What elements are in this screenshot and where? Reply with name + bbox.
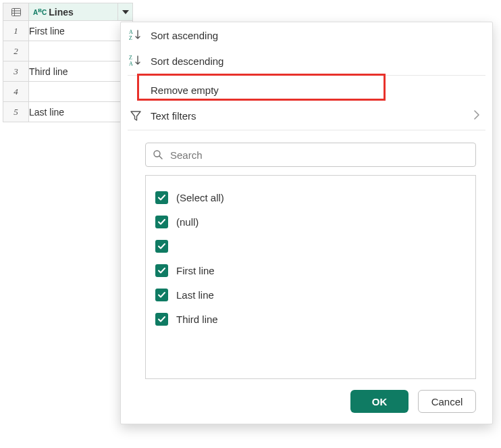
chevron-right-icon (473, 110, 480, 122)
sort-descending-icon: Z A (128, 54, 144, 68)
text-filters-item[interactable]: Text filters (121, 103, 492, 128)
search-input[interactable] (169, 149, 469, 161)
data-cell[interactable] (29, 41, 133, 61)
svg-text:A: A (129, 29, 133, 35)
filter-item-label: (Select all) (176, 192, 224, 203)
filter-item-label: Last line (176, 289, 214, 301)
svg-line-9 (159, 156, 162, 159)
menu-label: Remove empty (151, 84, 480, 96)
select-table-button[interactable] (3, 3, 29, 21)
column-filter-dropdown: A Z Sort ascending Z A Sort descending R… (120, 22, 493, 424)
filter-item-label: First line (176, 265, 215, 276)
filter-checkbox-item[interactable] (155, 234, 466, 258)
search-icon (153, 149, 163, 160)
row-header[interactable]: 2 (3, 41, 29, 61)
ok-button[interactable]: OK (350, 390, 408, 413)
cancel-button[interactable]: Cancel (418, 390, 476, 413)
filter-search-box[interactable] (145, 143, 476, 167)
filter-checkbox-item[interactable]: (Select all) (155, 185, 466, 209)
data-cell[interactable]: Last line (29, 102, 133, 122)
menu-divider (128, 75, 485, 76)
filter-checkbox-item[interactable]: Third line (155, 307, 466, 331)
menu-label: Text filters (151, 110, 467, 122)
data-cell[interactable]: Third line (29, 61, 133, 82)
text-type-icon: ABC (33, 8, 47, 16)
data-grid: ABC Lines 1 First line 2 3 Third line 4 … (3, 3, 133, 122)
row-header[interactable]: 3 (3, 61, 29, 82)
column-header-lines[interactable]: ABC Lines (29, 3, 133, 21)
filter-checkbox-item[interactable]: First line (155, 258, 466, 282)
svg-text:A: A (129, 61, 133, 67)
data-cell[interactable] (29, 82, 133, 102)
table-icon (11, 7, 22, 18)
filter-values-panel: (Select all) (null) First line Last line… (145, 175, 476, 379)
row-header[interactable]: 5 (3, 102, 29, 122)
row-header[interactable]: 4 (3, 82, 29, 102)
sort-descending-item[interactable]: Z A Sort descending (121, 48, 492, 74)
caret-down-icon (122, 10, 129, 14)
remove-empty-item[interactable]: Remove empty (121, 77, 492, 103)
sort-ascending-item[interactable]: A Z Sort ascending (121, 22, 492, 48)
svg-text:Z: Z (129, 55, 132, 61)
menu-label: Sort descending (151, 55, 480, 67)
filter-checkbox-item[interactable]: Last line (155, 282, 466, 307)
checkbox-checked-icon (155, 289, 168, 301)
column-header-label: Lines (49, 7, 74, 18)
checkbox-checked-icon (155, 240, 168, 253)
sort-ascending-icon: A Z (128, 28, 144, 42)
data-cell[interactable]: First line (29, 21, 133, 41)
checkbox-checked-icon (155, 264, 168, 277)
filter-item-label: (null) (176, 216, 199, 228)
checkbox-checked-icon (155, 313, 168, 326)
checkbox-checked-icon (155, 216, 168, 228)
filter-checkbox-item[interactable]: (null) (155, 209, 466, 234)
menu-label: Sort ascending (151, 30, 480, 41)
svg-text:Z: Z (129, 35, 132, 41)
svg-rect-0 (11, 8, 20, 16)
row-header[interactable]: 1 (3, 21, 29, 41)
checkbox-checked-icon (155, 191, 168, 204)
filter-item-label: Third line (176, 314, 218, 325)
menu-divider (128, 130, 485, 130)
funnel-icon (128, 109, 144, 122)
column-filter-dropdown-button[interactable] (117, 3, 132, 21)
